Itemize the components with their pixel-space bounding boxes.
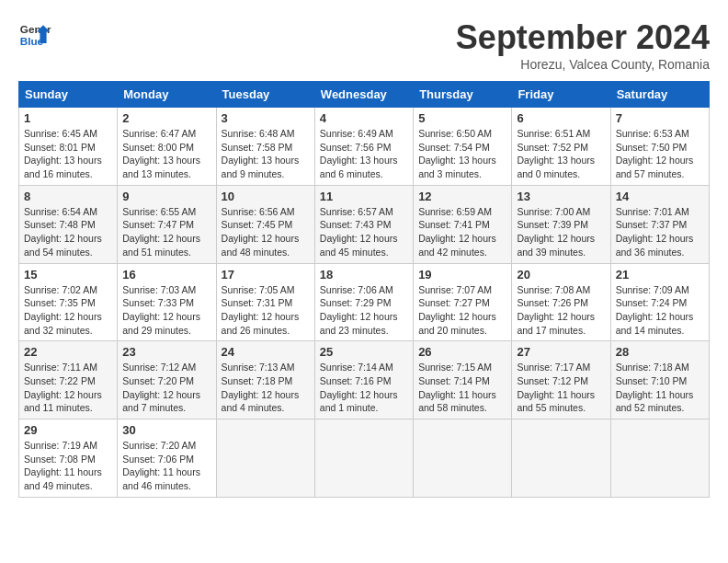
- day-info: Sunrise: 6:48 AM Sunset: 7:58 PM Dayligh…: [222, 127, 310, 181]
- day-cell: 7Sunrise: 6:53 AM Sunset: 7:50 PM Daylig…: [610, 108, 709, 186]
- day-info: Sunrise: 7:02 AM Sunset: 7:35 PM Dayligh…: [24, 283, 112, 338]
- logo: General Blue: [18, 18, 51, 52]
- day-cell: [512, 419, 610, 498]
- day-number: 10: [222, 190, 310, 203]
- day-cell: 21Sunrise: 7:09 AM Sunset: 7:24 PM Dayli…: [610, 263, 709, 341]
- calendar-body: 1Sunrise: 6:45 AM Sunset: 8:01 PM Daylig…: [19, 108, 710, 498]
- day-cell: 11Sunrise: 6:57 AM Sunset: 7:43 PM Dayli…: [314, 185, 413, 263]
- day-info: Sunrise: 6:51 AM Sunset: 7:52 PM Dayligh…: [517, 127, 605, 181]
- day-number: 22: [24, 345, 112, 359]
- title-block: September 2024 Horezu, Valcea County, Ro…: [456, 18, 710, 72]
- day-number: 26: [418, 345, 506, 359]
- day-cell: 30Sunrise: 7:20 AM Sunset: 7:06 PM Dayli…: [118, 419, 216, 498]
- day-number: 8: [24, 190, 112, 203]
- header-tuesday: Tuesday: [216, 82, 314, 108]
- day-info: Sunrise: 6:45 AM Sunset: 8:01 PM Dayligh…: [24, 127, 112, 181]
- calendar-header: SundayMondayTuesdayWednesdayThursdayFrid…: [19, 82, 710, 108]
- day-number: 19: [418, 268, 506, 282]
- day-cell: 8Sunrise: 6:54 AM Sunset: 7:48 PM Daylig…: [19, 185, 118, 263]
- day-cell: 14Sunrise: 7:01 AM Sunset: 7:37 PM Dayli…: [610, 185, 709, 263]
- day-info: Sunrise: 6:56 AM Sunset: 7:45 PM Dayligh…: [222, 205, 310, 259]
- day-cell: [414, 419, 512, 498]
- day-cell: 13Sunrise: 7:00 AM Sunset: 7:39 PM Dayli…: [512, 185, 610, 263]
- day-cell: 29Sunrise: 7:19 AM Sunset: 7:08 PM Dayli…: [19, 419, 118, 498]
- day-info: Sunrise: 7:08 AM Sunset: 7:26 PM Dayligh…: [517, 283, 605, 338]
- day-number: 23: [122, 345, 210, 359]
- day-info: Sunrise: 7:00 AM Sunset: 7:39 PM Dayligh…: [517, 205, 605, 259]
- day-info: Sunrise: 7:12 AM Sunset: 7:20 PM Dayligh…: [122, 361, 210, 415]
- day-number: 17: [222, 268, 310, 282]
- week-row-4: 22Sunrise: 7:11 AM Sunset: 7:22 PM Dayli…: [19, 341, 710, 419]
- day-number: 9: [122, 190, 210, 203]
- header-sunday: Sunday: [19, 82, 118, 108]
- header-saturday: Saturday: [610, 82, 709, 108]
- day-info: Sunrise: 7:17 AM Sunset: 7:12 PM Dayligh…: [517, 361, 605, 415]
- day-cell: 15Sunrise: 7:02 AM Sunset: 7:35 PM Dayli…: [19, 263, 118, 341]
- day-info: Sunrise: 6:55 AM Sunset: 7:47 PM Dayligh…: [122, 205, 210, 259]
- header-row: SundayMondayTuesdayWednesdayThursdayFrid…: [19, 82, 710, 108]
- day-cell: 2Sunrise: 6:47 AM Sunset: 8:00 PM Daylig…: [118, 108, 216, 186]
- day-cell: 4Sunrise: 6:49 AM Sunset: 7:56 PM Daylig…: [314, 108, 413, 186]
- day-number: 11: [320, 190, 408, 203]
- day-number: 13: [517, 190, 605, 203]
- day-info: Sunrise: 7:20 AM Sunset: 7:06 PM Dayligh…: [122, 439, 210, 493]
- day-cell: 6Sunrise: 6:51 AM Sunset: 7:52 PM Daylig…: [512, 108, 610, 186]
- day-cell: 3Sunrise: 6:48 AM Sunset: 7:58 PM Daylig…: [216, 108, 314, 186]
- day-number: 29: [24, 423, 112, 437]
- week-row-2: 8Sunrise: 6:54 AM Sunset: 7:48 PM Daylig…: [19, 185, 710, 263]
- day-number: 2: [122, 111, 210, 125]
- location-subtitle: Horezu, Valcea County, Romania: [456, 57, 710, 72]
- day-number: 20: [517, 268, 605, 282]
- week-row-3: 15Sunrise: 7:02 AM Sunset: 7:35 PM Dayli…: [19, 263, 710, 341]
- day-number: 30: [122, 423, 210, 437]
- header-wednesday: Wednesday: [314, 82, 413, 108]
- day-cell: 22Sunrise: 7:11 AM Sunset: 7:22 PM Dayli…: [19, 341, 118, 419]
- day-info: Sunrise: 7:07 AM Sunset: 7:27 PM Dayligh…: [418, 283, 506, 338]
- day-cell: 10Sunrise: 6:56 AM Sunset: 7:45 PM Dayli…: [216, 185, 314, 263]
- day-cell: [610, 419, 709, 498]
- day-info: Sunrise: 6:49 AM Sunset: 7:56 PM Dayligh…: [320, 127, 408, 181]
- day-info: Sunrise: 7:11 AM Sunset: 7:22 PM Dayligh…: [24, 361, 112, 415]
- day-cell: 1Sunrise: 6:45 AM Sunset: 8:01 PM Daylig…: [19, 108, 118, 186]
- day-number: 24: [222, 345, 310, 359]
- day-cell: 28Sunrise: 7:18 AM Sunset: 7:10 PM Dayli…: [610, 341, 709, 419]
- day-cell: 9Sunrise: 6:55 AM Sunset: 7:47 PM Daylig…: [118, 185, 216, 263]
- logo-icon: General Blue: [18, 18, 51, 52]
- week-row-5: 29Sunrise: 7:19 AM Sunset: 7:08 PM Dayli…: [19, 419, 710, 498]
- day-number: 4: [320, 111, 408, 125]
- day-info: Sunrise: 7:19 AM Sunset: 7:08 PM Dayligh…: [24, 439, 112, 493]
- header-monday: Monday: [118, 82, 216, 108]
- day-info: Sunrise: 7:03 AM Sunset: 7:33 PM Dayligh…: [122, 283, 210, 338]
- day-cell: [314, 419, 413, 498]
- day-info: Sunrise: 6:59 AM Sunset: 7:41 PM Dayligh…: [418, 205, 506, 259]
- day-number: 3: [222, 111, 310, 125]
- month-title: September 2024: [456, 18, 710, 57]
- day-cell: 19Sunrise: 7:07 AM Sunset: 7:27 PM Dayli…: [414, 263, 512, 341]
- day-info: Sunrise: 7:09 AM Sunset: 7:24 PM Dayligh…: [616, 283, 704, 338]
- day-number: 5: [418, 111, 506, 125]
- day-cell: 24Sunrise: 7:13 AM Sunset: 7:18 PM Dayli…: [216, 341, 314, 419]
- day-number: 15: [24, 268, 112, 282]
- day-info: Sunrise: 6:47 AM Sunset: 8:00 PM Dayligh…: [122, 127, 210, 181]
- day-cell: 5Sunrise: 6:50 AM Sunset: 7:54 PM Daylig…: [414, 108, 512, 186]
- day-info: Sunrise: 7:14 AM Sunset: 7:16 PM Dayligh…: [320, 361, 408, 415]
- day-info: Sunrise: 6:53 AM Sunset: 7:50 PM Dayligh…: [616, 127, 704, 181]
- day-cell: 17Sunrise: 7:05 AM Sunset: 7:31 PM Dayli…: [216, 263, 314, 341]
- day-number: 14: [616, 190, 704, 203]
- page-header: General Blue September 2024 Horezu, Valc…: [18, 18, 710, 72]
- day-cell: 26Sunrise: 7:15 AM Sunset: 7:14 PM Dayli…: [414, 341, 512, 419]
- day-cell: 16Sunrise: 7:03 AM Sunset: 7:33 PM Dayli…: [118, 263, 216, 341]
- day-number: 12: [418, 190, 506, 203]
- day-info: Sunrise: 7:13 AM Sunset: 7:18 PM Dayligh…: [222, 361, 310, 415]
- day-cell: 23Sunrise: 7:12 AM Sunset: 7:20 PM Dayli…: [118, 341, 216, 419]
- day-info: Sunrise: 7:01 AM Sunset: 7:37 PM Dayligh…: [616, 205, 704, 259]
- header-thursday: Thursday: [414, 82, 512, 108]
- header-friday: Friday: [512, 82, 610, 108]
- day-info: Sunrise: 6:57 AM Sunset: 7:43 PM Dayligh…: [320, 205, 408, 259]
- day-info: Sunrise: 7:18 AM Sunset: 7:10 PM Dayligh…: [616, 361, 704, 415]
- day-number: 27: [517, 345, 605, 359]
- day-info: Sunrise: 6:50 AM Sunset: 7:54 PM Dayligh…: [418, 127, 506, 181]
- week-row-1: 1Sunrise: 6:45 AM Sunset: 8:01 PM Daylig…: [19, 108, 710, 186]
- day-cell: 12Sunrise: 6:59 AM Sunset: 7:41 PM Dayli…: [414, 185, 512, 263]
- day-number: 7: [616, 111, 704, 125]
